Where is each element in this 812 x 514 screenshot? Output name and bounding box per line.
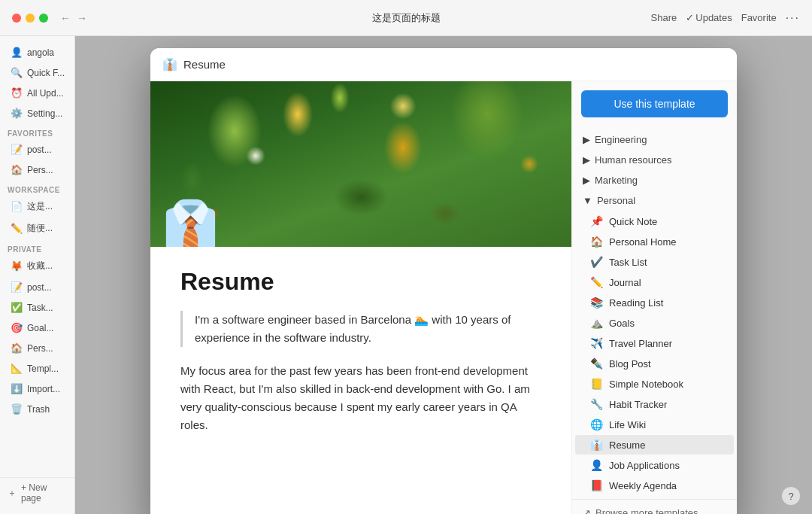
modal-right-panel: Use this template ▶ Engineering ▶ Human … bbox=[571, 81, 737, 514]
edit-icon: ✏️ bbox=[11, 223, 23, 234]
reading-list-icon: 📚 bbox=[590, 297, 603, 309]
new-page-button[interactable]: ＋ + New page bbox=[0, 477, 74, 508]
category-engineering[interactable]: ▶ Engineering bbox=[572, 129, 737, 150]
category-marketing[interactable]: ▶ Marketing bbox=[572, 170, 737, 190]
nav-arrows[interactable]: ← → bbox=[60, 12, 87, 24]
gear-icon: ⚙️ bbox=[11, 108, 23, 119]
category-personal[interactable]: ▼ Personal bbox=[572, 190, 737, 211]
sidebar-item-templates[interactable]: 📐 Templ... bbox=[3, 359, 71, 378]
template-item-habit-tracker[interactable]: 🔧 Habit Tracker bbox=[575, 394, 734, 414]
notebook-icon: 📒 bbox=[590, 378, 603, 390]
sidebar-item-pers2[interactable]: 🏠 Pers... bbox=[3, 339, 71, 357]
home-icon: 🏠 bbox=[11, 164, 23, 175]
sidebar-item-quick-find[interactable]: 🔍 Quick F... bbox=[3, 63, 71, 82]
template-item-journal[interactable]: ✏️ Journal bbox=[575, 272, 734, 292]
template-item-task-list[interactable]: ✔️ Task List bbox=[575, 252, 734, 272]
search-icon: 🔍 bbox=[11, 67, 23, 78]
travel-icon: ✈️ bbox=[590, 337, 603, 349]
page-icon: 📄 bbox=[11, 201, 23, 212]
personal-arrow-icon: ▼ bbox=[583, 195, 592, 206]
category-human-resources[interactable]: ▶ Human resources bbox=[572, 150, 737, 170]
habit-icon: 🔧 bbox=[590, 398, 603, 410]
plus-icon: ＋ bbox=[8, 487, 17, 500]
sidebar-item-shou[interactable]: 🦊 收藏... bbox=[3, 256, 71, 276]
titlebar-actions: Share ✓ Updates Favorite ··· bbox=[651, 11, 800, 25]
template-item-job-applications[interactable]: 👤 Job Applications bbox=[575, 455, 734, 475]
modal-left-content: 👔 Resume I'm a software engineer based i… bbox=[150, 81, 571, 514]
agenda-icon: 📕 bbox=[590, 479, 603, 491]
private-label: PRIVATE bbox=[0, 239, 74, 255]
updates-button[interactable]: ✓ Updates bbox=[686, 12, 732, 23]
sidebar-item-goals[interactable]: 🎯 Goal... bbox=[3, 318, 71, 337]
close-button[interactable] bbox=[12, 14, 21, 23]
help-button[interactable]: ? bbox=[782, 487, 800, 505]
sidebar-item-import[interactable]: ⬇️ Import... bbox=[3, 379, 71, 398]
template-item-personal-home[interactable]: 🏠 Personal Home bbox=[575, 232, 734, 251]
modal-main-content: Resume I'm a software engineer based in … bbox=[150, 247, 571, 457]
template-item-blog-post[interactable]: ✒️ Blog Post bbox=[575, 354, 734, 373]
pencil2-icon: 📝 bbox=[11, 281, 23, 293]
wiki-icon: 🌐 bbox=[590, 418, 603, 430]
sidebar-item-page1[interactable]: 📄 这是... bbox=[3, 196, 71, 217]
template-item-resume[interactable]: 👔 Resume bbox=[575, 435, 734, 455]
right-panel-categories: ▶ Engineering ▶ Human resources ▶ Market… bbox=[572, 126, 737, 499]
sidebar-item-post1[interactable]: 📝 post... bbox=[3, 140, 71, 159]
sidebar-item-random[interactable]: ✏️ 随便... bbox=[3, 218, 71, 239]
template-item-reading-list[interactable]: 📚 Reading List bbox=[575, 293, 734, 312]
favorites-label: FAVORITES bbox=[0, 123, 74, 139]
fox-icon: 🦊 bbox=[11, 260, 23, 272]
home2-icon: 🏠 bbox=[11, 342, 23, 354]
clock-icon: ⏰ bbox=[11, 87, 23, 99]
blockquote-text: I'm a software engineer based in Barcelo… bbox=[195, 311, 541, 347]
template-icon: 📐 bbox=[11, 363, 23, 374]
sidebar-item-task[interactable]: ✅ Task... bbox=[3, 298, 71, 317]
target-icon: 🎯 bbox=[11, 322, 23, 333]
use-template-button[interactable]: Use this template bbox=[581, 90, 728, 117]
titlebar: ← → 这是页面的标题 Share ✓ Updates Favorite ··· bbox=[0, 0, 812, 36]
minimize-button[interactable] bbox=[26, 14, 35, 23]
sidebar-item-post2[interactable]: 📝 post... bbox=[3, 278, 71, 297]
workspace-label: WORKSPACE bbox=[0, 180, 74, 196]
engineering-arrow-icon: ▶ bbox=[583, 134, 590, 145]
resume-icon: 👔 bbox=[590, 439, 603, 451]
resume-body-text: My focus area for the past few years has… bbox=[180, 362, 541, 434]
modal-header: 👔 Resume bbox=[150, 48, 737, 81]
goals-icon: ⛰️ bbox=[590, 317, 603, 329]
import-icon: ⬇️ bbox=[11, 383, 23, 394]
page-title: 这是页面的标题 bbox=[372, 11, 441, 25]
template-item-weekly-agenda[interactable]: 📕 Weekly Agenda bbox=[575, 476, 734, 495]
trash-icon: 🗑️ bbox=[11, 403, 23, 415]
favorite-button[interactable]: Favorite bbox=[741, 12, 777, 23]
browse-more-button[interactable]: ↗ Browse more templates bbox=[572, 499, 737, 514]
resume-page-title: Resume bbox=[180, 268, 541, 296]
modal-overlay: 👔 Resume 👔 Resume bbox=[75, 36, 812, 514]
modal-header-icon: 👔 bbox=[162, 57, 177, 71]
sidebar-item-trash[interactable]: 🗑️ Trash bbox=[3, 400, 71, 418]
template-item-life-wiki[interactable]: 🌐 Life Wiki bbox=[575, 415, 734, 434]
job-icon: 👤 bbox=[590, 459, 603, 471]
checkmark-icon: ✓ bbox=[686, 12, 694, 23]
marketing-arrow-icon: ▶ bbox=[583, 175, 590, 186]
template-item-travel-planner[interactable]: ✈️ Travel Planner bbox=[575, 333, 734, 353]
quick-note-icon: 📌 bbox=[590, 215, 603, 227]
blog-icon: ✒️ bbox=[590, 357, 603, 370]
content-area: 👔 Resume 👔 Resume bbox=[75, 36, 812, 514]
resume-blockquote: I'm a software engineer based in Barcelo… bbox=[180, 311, 541, 347]
template-item-goals[interactable]: ⛰️ Goals bbox=[575, 313, 734, 333]
template-item-simple-notebook[interactable]: 📒 Simple Notebook bbox=[575, 374, 734, 394]
sidebar-item-settings[interactable]: ⚙️ Setting... bbox=[3, 104, 71, 123]
traffic-lights bbox=[12, 14, 48, 23]
modal-body: 👔 Resume I'm a software engineer based i… bbox=[150, 81, 737, 514]
sidebar-workspace-name[interactable]: 👤 angola bbox=[3, 43, 71, 62]
personal-home-icon: 🏠 bbox=[590, 236, 603, 248]
sidebar: 👤 angola 🔍 Quick F... ⏰ All Upd... ⚙️ Se… bbox=[0, 36, 75, 514]
maximize-button[interactable] bbox=[39, 14, 48, 23]
more-options-button[interactable]: ··· bbox=[786, 11, 800, 25]
forward-icon[interactable]: → bbox=[77, 12, 87, 24]
share-button[interactable]: Share bbox=[651, 12, 677, 23]
sidebar-item-all-updates[interactable]: ⏰ All Upd... bbox=[3, 84, 71, 102]
sidebar-item-pers1[interactable]: 🏠 Pers... bbox=[3, 160, 71, 179]
back-icon[interactable]: ← bbox=[60, 12, 71, 24]
template-item-quick-note[interactable]: 📌 Quick Note bbox=[575, 211, 734, 231]
app-body: 👤 angola 🔍 Quick F... ⏰ All Upd... ⚙️ Se… bbox=[0, 36, 812, 514]
